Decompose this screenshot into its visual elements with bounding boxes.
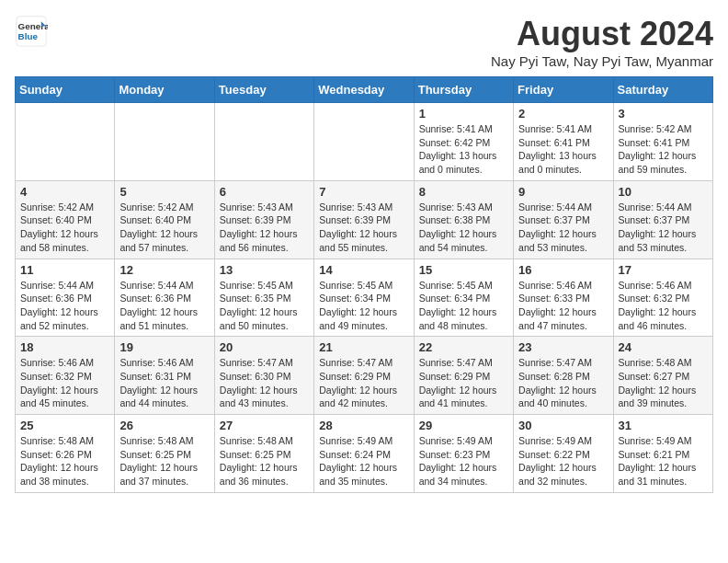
day-info: Sunrise: 5:47 AMSunset: 6:28 PMDaylight:… — [518, 356, 608, 410]
column-header-wednesday: Wednesday — [314, 77, 414, 103]
calendar-cell — [214, 103, 313, 181]
calendar-cell: 5Sunrise: 5:42 AMSunset: 6:40 PMDaylight… — [115, 180, 214, 259]
day-number: 4 — [20, 185, 109, 199]
calendar-cell: 14Sunrise: 5:45 AMSunset: 6:34 PMDayligh… — [314, 259, 414, 337]
calendar-table: SundayMondayTuesdayWednesdayThursdayFrid… — [15, 76, 713, 493]
calendar-cell: 21Sunrise: 5:47 AMSunset: 6:29 PMDayligh… — [314, 337, 414, 415]
calendar-cell: 12Sunrise: 5:44 AMSunset: 6:36 PMDayligh… — [115, 259, 214, 337]
calendar-cell: 24Sunrise: 5:48 AMSunset: 6:27 PMDayligh… — [613, 337, 712, 415]
calendar-week-3: 11Sunrise: 5:44 AMSunset: 6:36 PMDayligh… — [16, 259, 713, 337]
day-number: 18 — [20, 340, 109, 354]
subtitle: Nay Pyi Taw, Nay Pyi Taw, Myanmar — [491, 53, 713, 69]
day-info: Sunrise: 5:46 AMSunset: 6:33 PMDaylight:… — [518, 279, 608, 333]
title-block: August 2024 Nay Pyi Taw, Nay Pyi Taw, My… — [491, 15, 713, 69]
calendar-week-4: 18Sunrise: 5:46 AMSunset: 6:32 PMDayligh… — [16, 337, 713, 415]
day-info: Sunrise: 5:44 AMSunset: 6:37 PMDaylight:… — [619, 201, 708, 255]
calendar-week-1: 1Sunrise: 5:41 AMSunset: 6:42 PMDaylight… — [16, 103, 713, 181]
day-number: 30 — [518, 419, 608, 432]
calendar-cell: 27Sunrise: 5:48 AMSunset: 6:25 PMDayligh… — [214, 415, 313, 493]
day-number: 23 — [518, 340, 608, 354]
calendar-cell: 17Sunrise: 5:46 AMSunset: 6:32 PMDayligh… — [613, 259, 712, 337]
calendar-cell: 2Sunrise: 5:41 AMSunset: 6:41 PMDaylight… — [514, 103, 613, 181]
column-header-tuesday: Tuesday — [214, 77, 313, 103]
day-number: 9 — [518, 185, 608, 199]
column-header-saturday: Saturday — [613, 77, 712, 103]
day-number: 20 — [220, 340, 309, 354]
day-info: Sunrise: 5:45 AMSunset: 6:34 PMDaylight:… — [419, 279, 508, 333]
day-number: 14 — [319, 263, 408, 277]
day-number: 13 — [220, 263, 309, 277]
day-info: Sunrise: 5:41 AMSunset: 6:42 PMDaylight:… — [419, 122, 508, 177]
day-number: 16 — [518, 263, 608, 277]
day-info: Sunrise: 5:46 AMSunset: 6:32 PMDaylight:… — [20, 356, 109, 410]
calendar-cell: 10Sunrise: 5:44 AMSunset: 6:37 PMDayligh… — [613, 180, 712, 259]
calendar-cell: 9Sunrise: 5:44 AMSunset: 6:37 PMDaylight… — [514, 180, 613, 259]
day-info: Sunrise: 5:49 AMSunset: 6:21 PMDaylight:… — [619, 434, 708, 488]
day-info: Sunrise: 5:42 AMSunset: 6:41 PMDaylight:… — [619, 122, 708, 177]
day-info: Sunrise: 5:45 AMSunset: 6:34 PMDaylight:… — [319, 279, 408, 333]
logo-icon: General Blue — [15, 15, 48, 48]
svg-text:General: General — [18, 21, 48, 31]
day-number: 5 — [119, 185, 209, 199]
day-info: Sunrise: 5:49 AMSunset: 6:24 PMDaylight:… — [319, 434, 408, 488]
calendar-cell: 1Sunrise: 5:41 AMSunset: 6:42 PMDaylight… — [414, 103, 513, 181]
day-number: 8 — [419, 185, 508, 199]
column-header-monday: Monday — [115, 77, 214, 103]
column-header-thursday: Thursday — [414, 77, 513, 103]
day-info: Sunrise: 5:48 AMSunset: 6:27 PMDaylight:… — [619, 356, 708, 410]
calendar-header-row: SundayMondayTuesdayWednesdayThursdayFrid… — [16, 77, 713, 103]
day-number: 26 — [119, 419, 209, 432]
day-info: Sunrise: 5:44 AMSunset: 6:36 PMDaylight:… — [119, 279, 209, 333]
calendar-cell: 7Sunrise: 5:43 AMSunset: 6:39 PMDaylight… — [314, 180, 414, 259]
page-header: General Blue August 2024 Nay Pyi Taw, Na… — [15, 15, 713, 69]
day-number: 28 — [319, 419, 408, 432]
day-info: Sunrise: 5:49 AMSunset: 6:23 PMDaylight:… — [419, 434, 508, 488]
calendar-cell: 16Sunrise: 5:46 AMSunset: 6:33 PMDayligh… — [514, 259, 613, 337]
day-info: Sunrise: 5:42 AMSunset: 6:40 PMDaylight:… — [119, 201, 209, 255]
day-number: 2 — [518, 107, 608, 121]
calendar-cell: 15Sunrise: 5:45 AMSunset: 6:34 PMDayligh… — [414, 259, 513, 337]
main-title: August 2024 — [491, 15, 713, 53]
column-header-friday: Friday — [514, 77, 613, 103]
day-info: Sunrise: 5:43 AMSunset: 6:39 PMDaylight:… — [220, 201, 309, 255]
calendar-cell: 31Sunrise: 5:49 AMSunset: 6:21 PMDayligh… — [613, 415, 712, 493]
day-info: Sunrise: 5:46 AMSunset: 6:31 PMDaylight:… — [119, 356, 209, 410]
calendar-cell: 23Sunrise: 5:47 AMSunset: 6:28 PMDayligh… — [514, 337, 613, 415]
day-info: Sunrise: 5:48 AMSunset: 6:25 PMDaylight:… — [119, 434, 209, 488]
day-number: 22 — [419, 340, 508, 354]
calendar-cell: 25Sunrise: 5:48 AMSunset: 6:26 PMDayligh… — [16, 415, 115, 493]
day-info: Sunrise: 5:47 AMSunset: 6:30 PMDaylight:… — [220, 356, 309, 410]
day-number: 6 — [220, 185, 309, 199]
calendar-cell: 3Sunrise: 5:42 AMSunset: 6:41 PMDaylight… — [613, 103, 712, 181]
calendar-cell — [314, 103, 414, 181]
calendar-cell: 30Sunrise: 5:49 AMSunset: 6:22 PMDayligh… — [514, 415, 613, 493]
day-number: 1 — [419, 107, 508, 121]
day-number: 27 — [220, 419, 309, 432]
calendar-week-5: 25Sunrise: 5:48 AMSunset: 6:26 PMDayligh… — [16, 415, 713, 493]
calendar-cell: 18Sunrise: 5:46 AMSunset: 6:32 PMDayligh… — [16, 337, 115, 415]
day-number: 31 — [619, 419, 708, 432]
day-number: 24 — [619, 340, 708, 354]
day-number: 19 — [119, 340, 209, 354]
calendar-cell: 20Sunrise: 5:47 AMSunset: 6:30 PMDayligh… — [214, 337, 313, 415]
day-number: 12 — [119, 263, 209, 277]
day-info: Sunrise: 5:47 AMSunset: 6:29 PMDaylight:… — [419, 356, 508, 410]
calendar-cell — [16, 103, 115, 181]
day-info: Sunrise: 5:48 AMSunset: 6:25 PMDaylight:… — [220, 434, 309, 488]
calendar-cell: 28Sunrise: 5:49 AMSunset: 6:24 PMDayligh… — [314, 415, 414, 493]
day-number: 7 — [319, 185, 408, 199]
svg-text:Blue: Blue — [18, 31, 39, 41]
column-header-sunday: Sunday — [16, 77, 115, 103]
day-number: 3 — [619, 107, 708, 121]
day-info: Sunrise: 5:41 AMSunset: 6:41 PMDaylight:… — [518, 122, 608, 177]
day-number: 25 — [20, 419, 109, 432]
day-info: Sunrise: 5:44 AMSunset: 6:37 PMDaylight:… — [518, 201, 608, 255]
calendar-cell: 22Sunrise: 5:47 AMSunset: 6:29 PMDayligh… — [414, 337, 513, 415]
calendar-cell — [115, 103, 214, 181]
calendar-cell: 29Sunrise: 5:49 AMSunset: 6:23 PMDayligh… — [414, 415, 513, 493]
day-number: 15 — [419, 263, 508, 277]
day-number: 29 — [419, 419, 508, 432]
calendar-cell: 4Sunrise: 5:42 AMSunset: 6:40 PMDaylight… — [16, 180, 115, 259]
calendar-cell: 26Sunrise: 5:48 AMSunset: 6:25 PMDayligh… — [115, 415, 214, 493]
calendar-cell: 6Sunrise: 5:43 AMSunset: 6:39 PMDaylight… — [214, 180, 313, 259]
